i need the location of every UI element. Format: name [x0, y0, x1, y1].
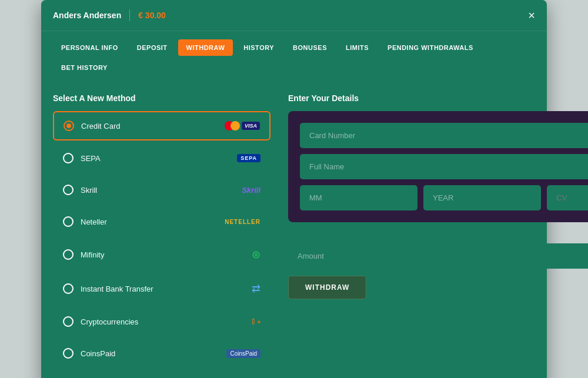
balance: € 30.00: [138, 11, 166, 20]
tab-withdraw[interactable]: WITHDRAW: [178, 39, 233, 56]
method-instant-bank[interactable]: Instant Bank Transfer ⇄: [53, 273, 270, 304]
credit-card-logos: VISA: [225, 121, 260, 131]
close-button[interactable]: ×: [528, 9, 535, 21]
radio-mifinity: [63, 249, 74, 260]
right-panel-title: Enter Your Details: [288, 93, 588, 103]
left-panel: Select A New Method Credit Card VISA SEP…: [53, 93, 270, 371]
tab-bonuses[interactable]: BONUSES: [285, 39, 335, 56]
mc-circle-orange: [230, 121, 240, 131]
modal-container: Anders Andersen € 30.00 × PERSONAL INFO …: [41, 0, 547, 378]
radio-crypto: [63, 316, 74, 327]
month-input[interactable]: [300, 185, 417, 210]
radio-sepa: [63, 153, 74, 163]
cv-input[interactable]: [547, 185, 588, 210]
mifinity-logo: ⊛: [252, 248, 260, 261]
tab-pending-withdrawals[interactable]: PENDING WITHDRAWALS: [379, 39, 482, 56]
visa-logo: VISA: [242, 122, 260, 130]
radio-neteller: [63, 216, 74, 227]
method-crypto-label: Cryptocurrencies: [81, 317, 252, 326]
tab-bet-history[interactable]: BET HISTORY: [53, 59, 116, 76]
content-area: Select A New Method Credit Card VISA SEP…: [41, 82, 547, 371]
ibt-logo: ⇄: [252, 282, 260, 295]
amount-input[interactable]: [288, 243, 588, 269]
method-crypto[interactable]: Cryptocurrencies ₿ ⊕: [53, 307, 270, 336]
method-sepa[interactable]: SEPA SEPA: [53, 144, 270, 172]
nav-tabs-row2: BET HISTORY: [41, 56, 547, 82]
user-name: Anders Andersen: [53, 11, 121, 20]
header-divider: [129, 9, 130, 21]
radio-credit-card: [64, 121, 74, 131]
tab-limits[interactable]: LIMITS: [338, 39, 377, 56]
tab-personal-info[interactable]: PERSONAL INFO: [53, 39, 126, 56]
expiry-cvv-row: [300, 185, 588, 210]
method-instant-bank-label: Instant Bank Transfer: [81, 285, 252, 293]
method-coinspaid[interactable]: CoinsPaid CoinsPaid: [53, 339, 270, 367]
radio-coinspaid: [63, 348, 74, 359]
tab-history[interactable]: HISTORY: [235, 39, 282, 56]
left-panel-title: Select A New Method: [53, 93, 270, 103]
method-neteller[interactable]: Neteller NETELLER: [53, 208, 270, 236]
method-skrill-label: Skrill: [81, 186, 242, 195]
method-sepa-label: SEPA: [81, 154, 237, 163]
modal-header: Anders Andersen € 30.00 ×: [41, 0, 547, 31]
nav-tabs-row1: PERSONAL INFO DEPOSIT WITHDRAW HISTORY B…: [41, 31, 547, 56]
method-coinspaid-label: CoinsPaid: [81, 349, 226, 358]
mastercard-logo: [225, 121, 240, 131]
radio-skrill: [63, 185, 74, 195]
tab-deposit[interactable]: DEPOSIT: [129, 39, 176, 56]
year-input[interactable]: [423, 185, 541, 210]
crypto-logo: ₿ ⊕: [252, 318, 260, 325]
method-skrill[interactable]: Skrill Skrill: [53, 176, 270, 204]
coinspaid-logo: CoinsPaid: [226, 349, 260, 358]
withdraw-button[interactable]: WITHDRAW: [288, 276, 366, 299]
neteller-logo: NETELLER: [225, 219, 260, 225]
method-credit-card-label: Credit Card: [81, 122, 225, 131]
radio-instant-bank: [63, 283, 74, 294]
method-mifinity[interactable]: Mifinity ⊛: [53, 239, 270, 270]
method-mifinity-label: Mifinity: [81, 250, 252, 259]
card-number-input[interactable]: [300, 123, 588, 148]
card-form-area: [288, 111, 588, 222]
sepa-logo: SEPA: [237, 154, 260, 162]
method-credit-card[interactable]: Credit Card VISA: [53, 111, 270, 141]
right-panel: Enter Your Details Amount (30 - 1000) WI…: [288, 93, 588, 371]
amount-hint: Amount (30 - 1000): [288, 230, 588, 239]
skrill-logo: Skrill: [242, 186, 260, 195]
full-name-input[interactable]: [300, 154, 588, 179]
method-neteller-label: Neteller: [81, 218, 225, 226]
